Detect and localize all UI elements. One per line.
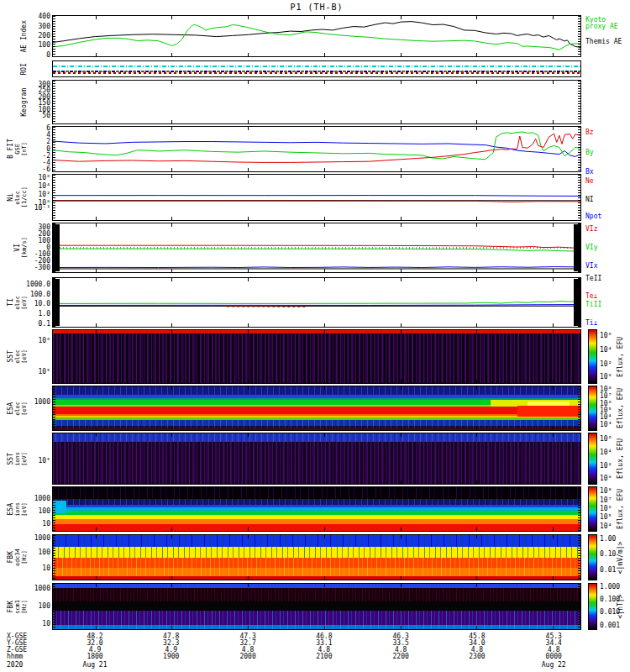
y-tick-label: 10 <box>42 565 50 572</box>
y-tick-label: 100 <box>39 508 50 515</box>
y-tick-label: 100.0 <box>30 291 50 298</box>
panel-velocity: 3002001000-100-200-300VIzVIyVIxVI[km/s] <box>52 223 581 273</box>
series-label: Bx <box>585 169 594 176</box>
x-tick <box>96 380 97 383</box>
panel-density: 10⁶10⁴10²10⁰10⁻¹NeNINpotNielec[1/cc] <box>52 174 581 221</box>
x-tick <box>96 81 97 84</box>
x-tick <box>324 323 325 327</box>
panel-b-fit: 6420-2-4-6BzByBxB FITGSE[nT] <box>52 126 581 172</box>
x-tick <box>553 278 554 281</box>
series-Ne <box>53 201 580 202</box>
x-tick <box>401 120 402 123</box>
spectrogram-band <box>53 547 580 558</box>
x-tick <box>171 127 172 130</box>
colorbar-tick-label: 10³ <box>600 420 612 428</box>
x-tick <box>553 217 554 220</box>
x-tick <box>553 223 554 227</box>
data-gap-bar <box>53 279 60 326</box>
x-tick <box>96 53 97 56</box>
spectrogram-band <box>53 433 580 442</box>
series-label: VIy <box>585 244 597 251</box>
x-tick <box>553 487 554 491</box>
x-tick <box>476 487 477 491</box>
x-tick <box>96 480 97 484</box>
x-tick <box>553 380 554 383</box>
y-tick-label: 10⁻¹ <box>34 205 50 212</box>
x-tick <box>96 223 97 227</box>
x-tick <box>171 433 172 437</box>
x-tick <box>553 576 554 580</box>
x-tick <box>324 120 325 123</box>
x-tick <box>401 175 402 178</box>
x-tick <box>476 433 477 437</box>
x-tick <box>324 223 325 227</box>
x-tick <box>171 330 172 333</box>
x-tick <box>248 278 249 281</box>
x-tick <box>476 53 477 56</box>
axis-label: VI[km/s] <box>14 223 28 272</box>
y-tick-label: 10 <box>42 621 50 627</box>
spectrogram-feature <box>528 402 570 406</box>
series-label: VIx <box>585 263 597 270</box>
x-tick <box>248 487 249 491</box>
x-tick <box>171 223 172 227</box>
series-label: TiII <box>585 302 601 308</box>
x-tick <box>476 330 477 333</box>
x-tick <box>96 584 97 587</box>
colorbar-tick-label: 10⁶ <box>600 504 612 512</box>
x-tick <box>476 386 477 390</box>
y-tick-label: 10.0 <box>34 301 50 307</box>
x-tick <box>476 584 477 587</box>
spectrogram-feature <box>517 406 580 417</box>
spectrogram-band <box>53 611 580 624</box>
x-tick <box>248 380 249 383</box>
axis-label: ESAions[eV] <box>8 487 28 531</box>
colorbar-tick-label: 10⁴ <box>600 449 612 456</box>
x-tick <box>401 16 402 19</box>
x-tick <box>96 386 97 390</box>
spectrogram-band <box>53 576 580 580</box>
y-tick-label: 1000 <box>34 399 50 406</box>
axis-annotation-value: 0000 <box>546 653 562 660</box>
x-tick <box>476 576 477 580</box>
x-tick <box>401 480 402 484</box>
x-tick <box>553 168 554 171</box>
x-tick <box>248 120 249 123</box>
panel-roi: ROI <box>52 60 581 77</box>
panel-fbk-efield-spectrogram: 100010010FBKedc34[Hz] <box>52 534 581 580</box>
colorbar-esa-electron: 10⁸10⁷10⁶10⁵10⁴10³Eflux, EFU <box>588 386 597 431</box>
y-tick-label: 100 <box>39 42 50 49</box>
colorbar-esa-ion: 10⁸10⁷10⁶10⁵10⁴Eflux, EFU <box>588 486 597 532</box>
y-tick-label: 10² <box>39 192 50 198</box>
x-tick <box>96 323 97 327</box>
axis-annotation-value: 2200 <box>393 653 409 660</box>
axis-label: Keogram <box>21 81 28 123</box>
x-tick <box>476 380 477 383</box>
x-tick <box>553 626 554 629</box>
spectrogram-band <box>53 524 580 531</box>
line-plot <box>53 127 580 171</box>
series-TiII <box>53 302 580 304</box>
x-tick <box>248 223 249 227</box>
series-label: Ne <box>585 178 594 185</box>
x-tick <box>553 175 554 178</box>
y-tick-label: 10⁶ <box>39 175 50 181</box>
axis-label: AE Index <box>21 16 28 56</box>
x-tick <box>401 386 402 390</box>
y-tick-label: 400 <box>39 13 50 20</box>
colorbar-tick-label: 1.000 <box>600 583 620 591</box>
x-tick <box>248 330 249 333</box>
x-tick <box>324 433 325 437</box>
x-tick <box>401 433 402 437</box>
x-tick <box>401 168 402 171</box>
colorbar-fbk-bfield: 1.0000.1000.0100.001<|nT|> <box>588 583 597 630</box>
x-tick <box>553 53 554 56</box>
x-tick <box>96 168 97 171</box>
x-tick <box>553 433 554 437</box>
x-tick <box>476 81 477 84</box>
colorbar-tick-label: 1.00 <box>600 535 616 543</box>
series-VIz <box>53 245 580 248</box>
x-tick <box>553 584 554 587</box>
x-tick <box>401 278 402 281</box>
x-tick <box>171 380 172 383</box>
